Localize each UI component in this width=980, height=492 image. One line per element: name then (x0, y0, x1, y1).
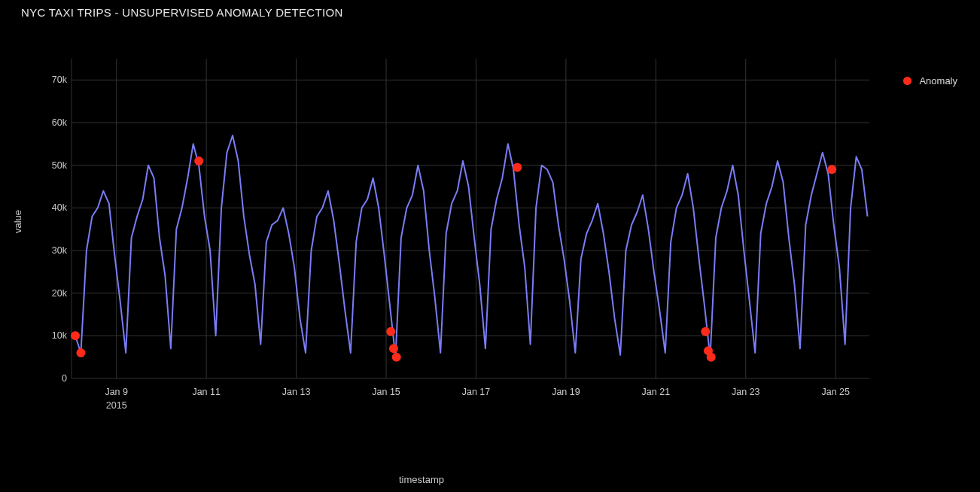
x-axis-label: timestamp (399, 474, 444, 485)
legend-anomaly-label: Anomaly (919, 75, 957, 87)
svg-text:Jan 25: Jan 25 (821, 387, 850, 397)
chart-panel: NYC TAXI TRIPS - UNSUPERVISED ANOMALY DE… (0, 0, 980, 492)
svg-text:40k: 40k (52, 202, 68, 213)
svg-text:Jan 23: Jan 23 (732, 387, 760, 397)
svg-point-42 (513, 163, 522, 172)
svg-text:10k: 10k (52, 330, 68, 341)
svg-text:Jan 15: Jan 15 (372, 387, 400, 397)
svg-text:Jan 11: Jan 11 (192, 387, 221, 397)
panel-title: NYC TAXI TRIPS - UNSUPERVISED ANOMALY DE… (21, 6, 343, 19)
svg-point-38 (194, 156, 203, 166)
svg-point-36 (71, 331, 80, 340)
svg-text:0: 0 (62, 373, 67, 384)
svg-text:60k: 60k (52, 117, 68, 128)
svg-text:70k: 70k (52, 74, 68, 85)
svg-text:20k: 20k (52, 288, 68, 299)
y-axis-label: value (12, 210, 23, 233)
anomaly-icon (903, 77, 912, 85)
svg-point-41 (392, 353, 401, 362)
svg-point-45 (707, 353, 716, 362)
svg-point-43 (701, 327, 710, 336)
svg-point-39 (386, 327, 395, 336)
svg-text:50k: 50k (52, 160, 68, 171)
svg-text:2015: 2015 (106, 400, 127, 411)
svg-point-37 (76, 348, 85, 357)
svg-text:Jan 17: Jan 17 (462, 387, 491, 397)
svg-text:Jan 19: Jan 19 (552, 387, 580, 397)
legend: Anomaly (903, 75, 957, 87)
svg-point-40 (389, 344, 398, 353)
chart-canvas[interactable]: 010k20k30k40k50k60k70kJan 92015Jan 11Jan… (49, 51, 877, 424)
svg-point-46 (827, 165, 836, 174)
svg-text:Jan 21: Jan 21 (642, 387, 671, 397)
svg-text:Jan 13: Jan 13 (282, 387, 311, 397)
svg-text:30k: 30k (52, 245, 68, 256)
svg-text:Jan 9: Jan 9 (105, 387, 128, 397)
